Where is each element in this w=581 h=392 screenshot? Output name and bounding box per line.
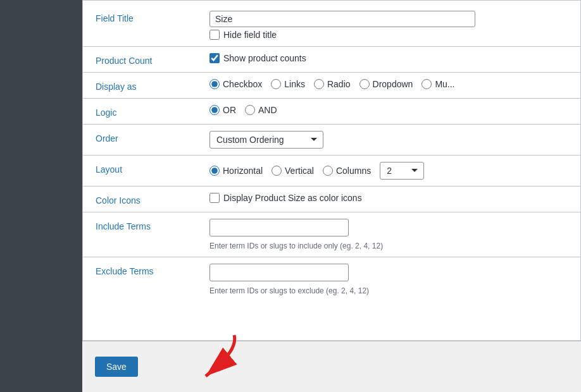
logic-or-text: OR (223, 105, 236, 115)
product-count-label: Product Count (96, 53, 209, 66)
include-terms-row: Include Terms Enter term IDs or slugs to… (83, 212, 580, 257)
hide-field-title-checkbox[interactable] (209, 30, 220, 40)
display-dropdown-option[interactable]: Dropdown (359, 79, 413, 89)
display-checkbox-option[interactable]: Checkbox (209, 79, 262, 89)
exclude-terms-input[interactable] (209, 264, 349, 281)
layout-horizontal-text: Horizontal (223, 166, 263, 176)
bottom-bar: Save (82, 341, 581, 392)
order-row: Order Custom Ordering Name Count Term ID (83, 125, 580, 155)
order-select[interactable]: Custom Ordering Name Count Term ID (209, 131, 323, 149)
arrow-icon (193, 329, 244, 386)
color-icons-row: Color Icons Display Product Size as colo… (83, 187, 580, 212)
field-title-label: Field Title (96, 11, 209, 23)
display-as-field: Checkbox Links Radio Dropdown (209, 79, 568, 89)
display-links-option[interactable]: Links (271, 79, 305, 89)
color-icons-field: Display Product Size as color icons (209, 193, 568, 203)
display-multiselect-text: Mu... (435, 79, 454, 89)
exclude-terms-hint: Enter term IDs or slugs to exclude (eg. … (209, 286, 568, 295)
logic-row: Logic OR AND (83, 99, 580, 124)
display-color-icons-text: Display Product Size as color icons (223, 193, 362, 203)
layout-horizontal-option[interactable]: Horizontal (209, 166, 263, 176)
exclude-terms-field: Enter term IDs or slugs to exclude (eg. … (209, 264, 568, 295)
layout-columns-text: Columns (336, 166, 371, 176)
logic-label: Logic (96, 105, 209, 118)
logic-or-radio[interactable] (209, 105, 220, 115)
columns-select[interactable]: 1 2 3 4 (380, 162, 424, 180)
logic-or-option[interactable]: OR (209, 105, 236, 115)
product-count-field: Show product counts (209, 53, 568, 63)
hide-field-title-text: Hide field title (223, 30, 277, 40)
display-as-label: Display as (96, 79, 209, 92)
order-label: Order (96, 131, 209, 144)
main-content: Field Title Hide field title Product Cou… (82, 0, 581, 392)
display-multiselect-option[interactable]: Mu... (422, 79, 454, 89)
field-title-input[interactable] (209, 11, 475, 27)
display-links-text: Links (284, 79, 305, 89)
layout-columns-option[interactable]: Columns (323, 166, 371, 176)
layout-vertical-radio[interactable] (272, 166, 282, 176)
include-terms-hint: Enter term IDs or slugs to include only … (209, 242, 568, 250)
layout-horizontal-radio[interactable] (209, 166, 220, 176)
layout-vertical-option[interactable]: Vertical (272, 166, 314, 176)
layout-row: Layout Horizontal Vertical Columns (83, 156, 580, 186)
field-title-field: Hide field title (209, 11, 568, 40)
save-button[interactable]: Save (95, 357, 138, 377)
logic-and-text: AND (258, 105, 277, 115)
hide-field-title-label[interactable]: Hide field title (209, 30, 277, 40)
field-title-row: Field Title Hide field title (83, 1, 580, 46)
card-inner: Field Title Hide field title Product Cou… (83, 1, 580, 329)
product-count-row: Product Count Show product counts (83, 47, 580, 72)
layout-field: Horizontal Vertical Columns 1 2 3 4 (209, 162, 568, 180)
show-product-counts-checkbox[interactable] (209, 53, 220, 63)
layout-label: Layout (96, 162, 209, 175)
logic-and-radio[interactable] (245, 105, 255, 115)
show-product-counts-label[interactable]: Show product counts (209, 53, 306, 63)
display-dropdown-radio[interactable] (359, 79, 370, 89)
include-terms-input[interactable] (209, 219, 349, 236)
include-terms-label: Include Terms (96, 219, 209, 231)
display-links-radio[interactable] (271, 79, 281, 89)
show-product-counts-text: Show product counts (223, 53, 306, 63)
layout-columns-radio[interactable] (323, 166, 333, 176)
logic-and-option[interactable]: AND (245, 105, 277, 115)
display-checkbox-radio[interactable] (209, 79, 220, 89)
logic-field: OR AND (209, 105, 568, 115)
color-icons-label: Color Icons (96, 193, 209, 205)
display-radio-text: Radio (327, 79, 351, 89)
display-radio-option[interactable]: Radio (314, 79, 351, 89)
order-field: Custom Ordering Name Count Term ID (209, 131, 568, 149)
display-color-icons-checkbox[interactable] (209, 193, 220, 203)
include-terms-field: Enter term IDs or slugs to include only … (209, 219, 568, 250)
display-color-icons-label[interactable]: Display Product Size as color icons (209, 193, 362, 203)
exclude-terms-row: Exclude Terms Enter term IDs or slugs to… (83, 257, 580, 302)
display-radio-radio[interactable] (314, 79, 324, 89)
display-checkbox-text: Checkbox (223, 79, 262, 89)
layout-vertical-text: Vertical (285, 166, 314, 176)
sidebar (0, 0, 82, 392)
settings-card: Field Title Hide field title Product Cou… (82, 0, 581, 341)
exclude-terms-label: Exclude Terms (96, 264, 209, 276)
display-dropdown-text: Dropdown (373, 79, 413, 89)
display-as-row: Display as Checkbox Links Radio (83, 73, 580, 98)
display-multiselect-radio[interactable] (422, 79, 432, 89)
arrow-container (193, 329, 244, 388)
